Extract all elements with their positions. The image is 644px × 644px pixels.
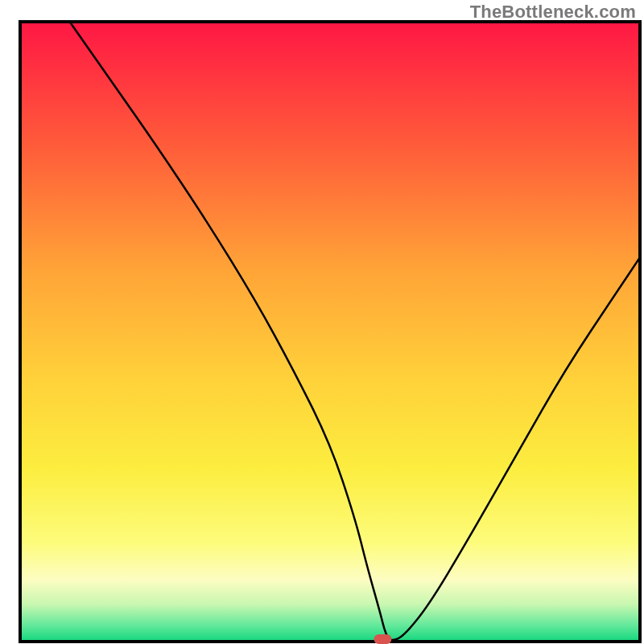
bottleneck-chart — [0, 0, 644, 644]
chart-container: TheBottleneck.com — [0, 0, 644, 644]
watermark-text: TheBottleneck.com — [470, 2, 636, 23]
gradient-background — [20, 22, 640, 642]
optimal-point-marker — [374, 634, 391, 644]
